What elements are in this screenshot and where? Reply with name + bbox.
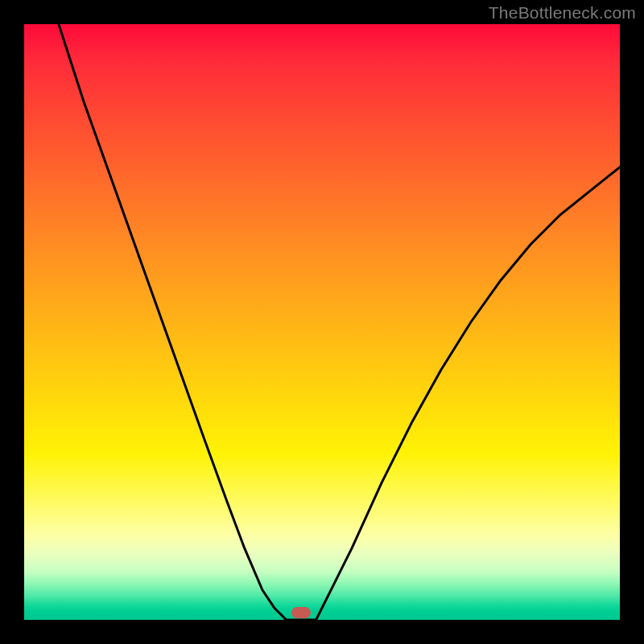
min-marker xyxy=(291,607,311,618)
plot-area xyxy=(24,24,620,620)
curve-svg xyxy=(24,24,620,620)
bottleneck-curve xyxy=(59,24,620,620)
watermark-text: TheBottleneck.com xyxy=(489,3,636,23)
chart-frame: TheBottleneck.com xyxy=(0,0,644,644)
